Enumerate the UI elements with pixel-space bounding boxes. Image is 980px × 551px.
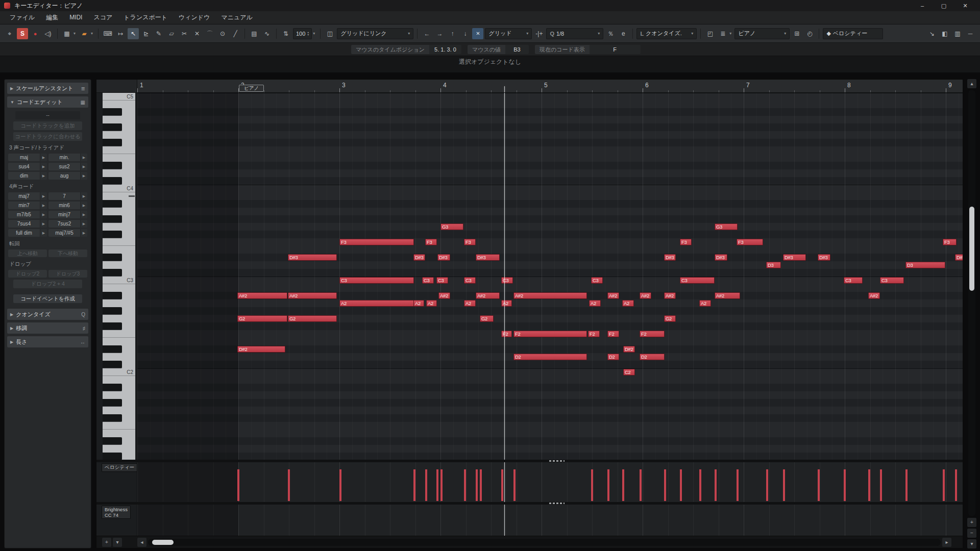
lane-resize-handle[interactable] [549,503,565,504]
midi-note-f2[interactable]: F2 [607,331,619,337]
midi-note-g2[interactable]: G2 [480,315,494,322]
tetrad-button-minj7[interactable]: minj7▶ [48,211,87,218]
velocity-bar[interactable] [339,469,341,501]
chord-expand-icon[interactable]: ▶ [80,220,87,228]
erase-tool[interactable]: ▱ [166,28,177,39]
timeline-ruler[interactable]: 123456789ピアノ [137,80,963,92]
black-key[interactable] [103,123,122,131]
setup-window-button[interactable]: ⊞ [791,28,802,39]
velocity-bar[interactable] [715,469,717,501]
midi-note-a-2[interactable]: A#2 [664,292,676,299]
lane-resize-handle[interactable] [549,460,565,462]
note-display-area[interactable]: G3G3F3F3F3F3F3F3D#3D#3D#3D#3D#3D#3D#3D#3… [137,93,963,460]
part-list-button[interactable]: ≣ [717,28,728,39]
midi-note-a-2[interactable]: A#2 [513,292,587,299]
nudge-right-button[interactable]: → [434,28,445,39]
velocity-bar[interactable] [905,469,908,501]
event-color-dropdown[interactable]: ▾ [89,28,94,39]
velocity-bar[interactable] [425,469,427,501]
velocity-bar[interactable] [513,469,516,501]
velocity-bar[interactable] [501,469,503,501]
show-lower-zone-button[interactable]: ▥ [952,28,963,39]
midi-note-a-2[interactable]: A#2 [438,292,450,299]
drop-3-button[interactable]: ドロップ3 [48,270,87,278]
tetrad-button-full-dim[interactable]: full dim▶ [8,229,47,237]
black-key[interactable] [103,269,122,277]
black-key[interactable] [103,307,122,315]
vertical-zoom-in-button[interactable]: + [967,518,976,527]
add-chord-track-button[interactable]: コードトラックを追加 [13,121,82,130]
cc-lane-label[interactable]: Brightness CC 74 [102,506,131,519]
iterative-quantize-button[interactable]: ％ [605,28,616,39]
vertical-zoom-out-button[interactable]: − [967,529,976,538]
triad-button-sus4[interactable]: sus4▶ [8,163,47,170]
grid-link-dropdown[interactable]: グリッドにリンク▾ [337,28,413,39]
event-colors-dropdown[interactable]: ◆ ベロシティー [823,28,883,39]
tetrad-button-maj7[interactable]: maj7▶ [8,192,47,200]
midi-note-g3[interactable]: G3 [440,223,463,230]
midi-note-d-3[interactable]: D#3 [818,254,830,261]
minimize-button[interactable]: – [912,0,933,11]
velocity-bar[interactable] [737,469,739,501]
solo-button[interactable]: S [17,28,28,39]
draw-tool[interactable]: ✎ [153,28,164,39]
piano-keyboard[interactable]: C5C4C3C2 [103,93,135,460]
link-grid-icon[interactable]: ◫ [324,28,335,39]
velocity-bar[interactable] [237,469,239,501]
black-key[interactable] [103,399,122,407]
midi-note-a-2[interactable]: A#2 [476,292,500,299]
black-key[interactable] [103,215,122,223]
move-down-button[interactable]: 下へ移動 [48,249,87,257]
midi-note-d2[interactable]: D2 [640,354,665,360]
step-input-button[interactable]: ⌨ [102,28,113,39]
close-button[interactable]: ✕ [954,0,976,11]
midi-note-a-2[interactable]: A#2 [868,292,880,299]
velocity-bar[interactable] [591,469,593,501]
tetrad-button-m7-b5[interactable]: m7/b5▶ [8,211,47,218]
midi-note-d-3[interactable]: D#3 [476,254,500,261]
black-key[interactable] [103,108,122,116]
velocity-bar[interactable] [699,469,701,501]
quantize-preset-dropdown[interactable]: Q 1/8 ▾ [546,28,603,39]
velocity-bar[interactable] [436,469,438,501]
velocity-bar[interactable] [622,469,624,501]
glue-tool[interactable]: ⌒ [204,28,215,39]
maximize-button[interactable]: ▢ [933,0,954,11]
midi-note-c3[interactable]: C3 [844,277,863,284]
length-section[interactable]: ▶ 長さ ↔ [7,336,88,347]
midi-note-d-3[interactable]: D#3 [955,254,963,261]
record-in-editor-button[interactable]: ● [30,28,41,39]
black-key[interactable] [103,453,122,460]
pitch-visibility-dropdown[interactable]: ▾ [72,28,77,39]
transpose-up-button[interactable]: ↑ [447,28,458,39]
black-key[interactable] [103,177,122,185]
part-edit-mode-button[interactable]: ◰ [704,28,716,39]
move-up-button[interactable]: 上へ移動 [8,249,47,257]
black-key[interactable] [103,162,122,169]
black-key[interactable] [103,200,122,208]
show-left-zone-button[interactable]: ◧ [939,28,950,39]
midi-note-d3[interactable]: D3 [905,262,945,268]
midi-note-a-2[interactable]: A#2 [288,292,337,299]
midi-note-d-3[interactable]: D#3 [437,254,450,261]
black-key[interactable] [103,254,122,261]
black-key[interactable] [103,361,122,368]
triad-button-dim[interactable]: dim▶ [8,172,47,180]
velocity-bar[interactable] [868,469,870,501]
chord-expand-icon[interactable]: ▶ [80,192,87,200]
midi-note-c3[interactable]: C3 [422,277,434,284]
velocity-lane[interactable] [137,462,963,502]
drop-2-button[interactable]: ドロップ2 [8,270,47,278]
velocity-bar[interactable] [844,469,846,501]
spinner-arrows-icon[interactable]: ▴▾ [307,31,309,36]
velocity-bar[interactable] [476,469,478,501]
scroll-left-button[interactable]: ◂ [137,538,146,547]
midi-note-a2[interactable]: A2 [413,300,424,307]
midi-note-d-3[interactable]: D#3 [664,254,676,261]
midi-note-c3[interactable]: C3 [436,277,448,284]
velocity-bar[interactable] [464,469,466,501]
grid-adjust-button[interactable]: -|+ [533,28,545,39]
menu-file[interactable]: ファイル [4,11,40,24]
black-key[interactable] [103,292,122,299]
vertical-scrollbar-thumb[interactable] [969,207,974,291]
